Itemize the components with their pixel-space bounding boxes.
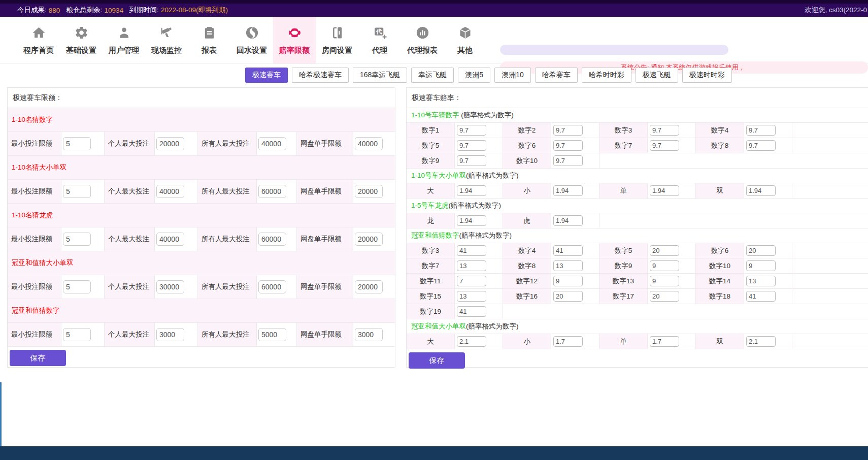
odds-input[interactable] bbox=[746, 245, 776, 256]
odds-heading-note: (赔率格式为数字) bbox=[466, 322, 519, 331]
limit-field-label: 网盘单手限额 bbox=[297, 275, 353, 299]
odds-input[interactable] bbox=[746, 185, 776, 196]
odds-input[interactable] bbox=[746, 291, 776, 302]
odds-input[interactable] bbox=[553, 291, 583, 302]
row-filler bbox=[792, 258, 868, 273]
limit-input-cell bbox=[353, 132, 395, 155]
odds-input[interactable] bbox=[457, 125, 486, 136]
limit-input[interactable] bbox=[63, 280, 91, 293]
row-filler bbox=[599, 153, 868, 168]
odds-input[interactable] bbox=[553, 260, 583, 271]
limit-input[interactable] bbox=[156, 137, 184, 150]
odds-cell-label: 大 bbox=[407, 334, 455, 349]
limit-input[interactable] bbox=[156, 280, 184, 293]
odds-input[interactable] bbox=[457, 245, 486, 256]
limit-input[interactable] bbox=[355, 137, 383, 150]
tab-1[interactable]: 哈希极速赛车 bbox=[292, 68, 349, 83]
nav-item-report[interactable]: 报表 bbox=[188, 17, 230, 63]
odds-input[interactable] bbox=[650, 336, 679, 347]
odds-input[interactable] bbox=[457, 260, 486, 271]
odds-input[interactable] bbox=[457, 336, 486, 347]
nav-item-gear[interactable]: 基础设置 bbox=[60, 17, 103, 63]
limit-row: 最小投注限额个人最大投注所有人最大投注网盘单手限额 bbox=[8, 132, 395, 156]
nav-item-agent[interactable]: 代代理 bbox=[358, 17, 401, 63]
left-edge-accent bbox=[0, 382, 2, 446]
odds-input[interactable] bbox=[650, 125, 679, 136]
limit-input[interactable] bbox=[258, 185, 286, 198]
odds-input[interactable] bbox=[553, 336, 583, 347]
limit-input[interactable] bbox=[63, 233, 91, 246]
odds-input[interactable] bbox=[457, 215, 486, 226]
limit-input[interactable] bbox=[156, 233, 184, 246]
nav-item-odds[interactable]: 赔率限额 bbox=[273, 17, 316, 63]
odds-input[interactable] bbox=[553, 276, 583, 286]
odds-input[interactable] bbox=[457, 185, 486, 196]
tab-2[interactable]: 168幸运飞艇 bbox=[353, 68, 407, 83]
odds-save-button[interactable]: 保存 bbox=[409, 352, 465, 369]
tab-5[interactable]: 澳洲10 bbox=[494, 68, 531, 83]
odds-input[interactable] bbox=[553, 125, 583, 136]
odds-input-cell bbox=[744, 274, 792, 288]
limit-section-title: 1-10名猜大小单双 bbox=[8, 156, 395, 180]
limit-input[interactable] bbox=[355, 280, 383, 293]
nav-item-label: 赔率限额 bbox=[279, 46, 310, 55]
nav-item-cube[interactable]: 其他 bbox=[444, 17, 486, 63]
tab-3[interactable]: 幸运飞艇 bbox=[411, 68, 454, 83]
odds-input[interactable] bbox=[650, 291, 679, 302]
cube-icon bbox=[458, 25, 473, 42]
limit-input[interactable] bbox=[63, 328, 91, 341]
odds-section-heading: 冠亚和值大小单双(赔率格式为数字) bbox=[407, 319, 868, 334]
limit-input[interactable] bbox=[258, 137, 286, 150]
odds-input[interactable] bbox=[650, 276, 679, 286]
odds-input[interactable] bbox=[553, 185, 583, 196]
odds-input[interactable] bbox=[650, 140, 679, 151]
odds-cell-label: 小 bbox=[503, 334, 551, 349]
odds-input[interactable] bbox=[457, 276, 486, 286]
nav-item-room[interactable]: 房间设置 bbox=[316, 17, 358, 63]
odds-input[interactable] bbox=[457, 306, 486, 317]
odds-input[interactable] bbox=[457, 140, 486, 151]
tab-8[interactable]: 极速飞艇 bbox=[636, 68, 678, 83]
odds-input[interactable] bbox=[650, 260, 679, 271]
odds-heading-note: (赔率格式为数字) bbox=[459, 231, 512, 240]
nav-item-user[interactable]: 用户管理 bbox=[103, 17, 145, 63]
odds-input-cell bbox=[744, 243, 792, 258]
nav-item-home[interactable]: 程序首页 bbox=[17, 17, 60, 63]
odds-input[interactable] bbox=[746, 260, 776, 271]
limit-input-cell bbox=[155, 132, 198, 155]
limit-input[interactable] bbox=[156, 328, 184, 341]
limit-input[interactable] bbox=[355, 233, 383, 246]
odds-input-cell bbox=[551, 258, 599, 273]
limit-input[interactable] bbox=[63, 185, 91, 198]
limit-input[interactable] bbox=[355, 185, 383, 198]
tab-7[interactable]: 哈希时时彩 bbox=[582, 68, 631, 83]
limit-input[interactable] bbox=[156, 185, 184, 198]
tab-9[interactable]: 极速时时彩 bbox=[682, 68, 732, 83]
limit-input[interactable] bbox=[355, 328, 383, 341]
tab-6[interactable]: 哈希赛车 bbox=[535, 68, 578, 83]
odds-row: 数字3数字4数字5数字6 bbox=[407, 243, 868, 258]
odds-input[interactable] bbox=[746, 276, 776, 286]
limit-input[interactable] bbox=[258, 233, 286, 246]
nav-item-rebate[interactable]: 回水设置 bbox=[230, 17, 273, 63]
limit-input[interactable] bbox=[63, 137, 91, 150]
odds-input[interactable] bbox=[553, 155, 583, 166]
limit-input[interactable] bbox=[258, 328, 286, 341]
odds-input[interactable] bbox=[457, 291, 486, 302]
odds-input[interactable] bbox=[553, 140, 583, 151]
odds-input[interactable] bbox=[457, 155, 486, 166]
limit-field-label: 个人最大投注 bbox=[105, 132, 155, 155]
nav-item-agent-report[interactable]: 代理报表 bbox=[401, 17, 444, 63]
odds-input[interactable] bbox=[650, 245, 679, 256]
tab-4[interactable]: 澳洲5 bbox=[458, 68, 490, 83]
odds-input[interactable] bbox=[746, 140, 776, 151]
odds-input[interactable] bbox=[746, 125, 776, 136]
odds-input[interactable] bbox=[553, 215, 583, 226]
limits-save-button[interactable]: 保存 bbox=[10, 350, 66, 366]
odds-input[interactable] bbox=[746, 336, 776, 347]
tab-0[interactable]: 极速赛车 bbox=[245, 68, 288, 83]
nav-item-cctv[interactable]: 现场监控 bbox=[145, 17, 188, 63]
limit-input[interactable] bbox=[258, 280, 286, 293]
odds-input[interactable] bbox=[553, 245, 583, 256]
odds-input[interactable] bbox=[650, 185, 679, 196]
